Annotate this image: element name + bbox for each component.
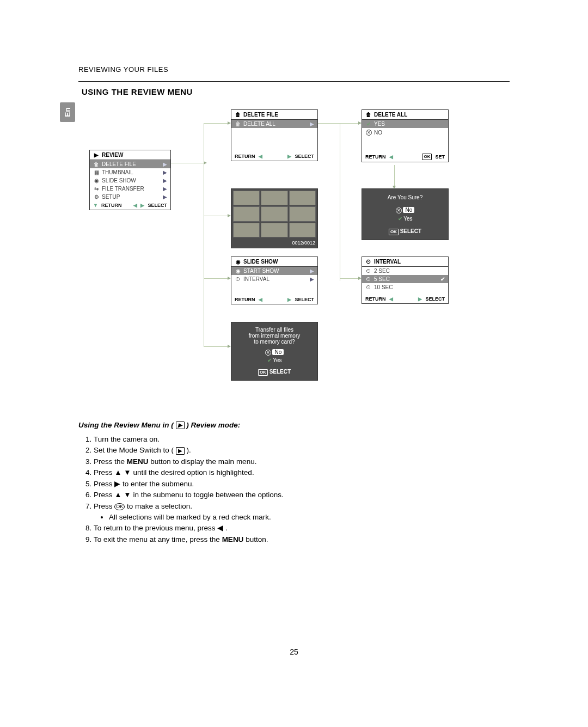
return-label: RETURN bbox=[101, 203, 122, 208]
thumbnail-cell[interactable] bbox=[289, 191, 316, 205]
step-6: Press ▲ ▼ in the submenu to toggle betwe… bbox=[94, 490, 510, 500]
transfer-line2: from internal memory bbox=[235, 333, 314, 339]
start-show-item[interactable]: ◉START SHOW▶ bbox=[231, 267, 317, 275]
no-label: No bbox=[403, 207, 414, 213]
play-icon: ▶ bbox=[176, 421, 185, 429]
select-label: SELECT bbox=[295, 154, 314, 159]
thumbnail-cell[interactable] bbox=[261, 223, 287, 237]
select-label: SELECT bbox=[400, 228, 421, 234]
no-item[interactable]: ✕NO bbox=[362, 128, 448, 137]
menu-item-thumbnail[interactable]: ▦THUMBNAIL▶ bbox=[90, 168, 170, 176]
yes-option[interactable]: ✔ Yes bbox=[235, 357, 314, 363]
slideshow-title: ◉SLIDE SHOW bbox=[231, 257, 317, 267]
menu-item-delete-file[interactable]: 🗑DELETE FILE▶ bbox=[90, 160, 170, 168]
interval-10sec[interactable]: ⏲10 SEC bbox=[362, 283, 448, 291]
thumbnail-cell[interactable] bbox=[261, 206, 287, 221]
connector bbox=[318, 123, 340, 124]
review-menu-title: ▶ REVIEW bbox=[90, 150, 170, 160]
setup-icon: ⚙ bbox=[93, 194, 100, 200]
play-icon: ▶ bbox=[176, 447, 185, 455]
interval-2sec[interactable]: ⏲2 SEC bbox=[362, 267, 448, 275]
right-arrow-icon: ▶ bbox=[287, 154, 291, 159]
title-text: SLIDE SHOW bbox=[243, 259, 278, 265]
clock-icon: ⏲ bbox=[365, 284, 372, 290]
thumbnail-cell[interactable] bbox=[261, 191, 287, 205]
transfer-line1: Transfer all files bbox=[235, 327, 314, 333]
panel-footer: RETURN ◀ ▶ SELECT bbox=[362, 295, 448, 303]
instructions-heading: Using the Review Menu in ( ▶ ) Review mo… bbox=[78, 420, 510, 431]
check-icon: ✔ bbox=[365, 121, 372, 127]
menu-item-slideshow[interactable]: ◉SLIDE SHOW▶ bbox=[90, 176, 170, 185]
menu-label: SETUP bbox=[102, 194, 120, 200]
menu-item-filetransfer[interactable]: ⇆FILE TRANSFER▶ bbox=[90, 185, 170, 193]
menu-label: 2 SEC bbox=[374, 268, 390, 274]
step-7-bullet: All selections will be marked by a red c… bbox=[109, 512, 510, 523]
left-arrow-icon: ◀ bbox=[389, 296, 393, 302]
step-2: Set the Mode Switch to ( ▶ ). bbox=[94, 445, 510, 456]
interval-panel: ⏲INTERVAL ⏲2 SEC ⏲5 SEC✔ ⏲10 SEC RETURN … bbox=[362, 256, 449, 304]
thumbnail-cell[interactable] bbox=[233, 223, 260, 237]
menu-item-setup[interactable]: ⚙SETUP▶ bbox=[90, 193, 170, 201]
slideshow-panel: ◉SLIDE SHOW ◉START SHOW▶ ⏲INTERVAL▶ RETU… bbox=[231, 256, 318, 304]
trash-icon: 🗑 bbox=[93, 161, 100, 167]
title-text: DELETE FILE bbox=[243, 112, 278, 118]
thumbnail-cell[interactable] bbox=[289, 206, 316, 221]
panel-footer: ▼ RETURN ◀ ▶ SELECT bbox=[90, 201, 170, 210]
play-icon: ▶ bbox=[93, 152, 100, 158]
yes-label: Yes bbox=[403, 216, 412, 222]
return-label: RETURN bbox=[365, 154, 386, 160]
transfer-dialog: Transfer all files from internal memory … bbox=[231, 322, 318, 381]
no-option[interactable]: ✕ No bbox=[365, 207, 445, 213]
menu-label: FILE TRANSFER bbox=[102, 186, 144, 192]
connector bbox=[204, 346, 228, 347]
menu-label: NO bbox=[374, 130, 382, 136]
step-1: Turn the camera on. bbox=[94, 434, 510, 445]
thumbnail-cell[interactable] bbox=[233, 206, 260, 221]
section-header: REVIEWING YOUR FILES bbox=[78, 65, 168, 76]
menu-label: YES bbox=[374, 121, 385, 127]
confirm-prompt: Are You Sure? bbox=[365, 194, 445, 200]
delete-all-title: 🗑DELETE ALL bbox=[362, 110, 448, 120]
interval-5sec[interactable]: ⏲5 SEC✔ bbox=[362, 275, 448, 283]
chevron-right-icon: ▶ bbox=[163, 178, 167, 184]
x-icon: ✕ bbox=[365, 129, 372, 136]
menu-label: 5 SEC bbox=[374, 276, 390, 282]
chevron-right-icon: ▶ bbox=[310, 276, 314, 282]
delete-all-panel: 🗑DELETE ALL ✔YES ✕NO RETURN ◀ OK SET bbox=[362, 109, 449, 162]
delete-all-item[interactable]: 🗑DELETE ALL▶ bbox=[231, 120, 317, 128]
step-7: Press OK to make a selection. All select… bbox=[94, 501, 510, 522]
chevron-right-icon: ▶ bbox=[163, 186, 167, 192]
chevron-right-icon: ▶ bbox=[310, 268, 314, 274]
trash-icon: 🗑 bbox=[235, 112, 241, 118]
menu-label: THUMBNAIL bbox=[102, 169, 133, 175]
connector bbox=[204, 216, 228, 216]
menu-label: DELETE ALL bbox=[243, 121, 275, 127]
connector bbox=[394, 165, 395, 186]
no-option[interactable]: ✕ No bbox=[235, 349, 314, 356]
clock-icon: ⏲ bbox=[365, 276, 372, 282]
select-label: SELECT bbox=[295, 297, 314, 302]
clock-icon: ⏲ bbox=[235, 276, 241, 282]
return-label: RETURN bbox=[235, 297, 255, 302]
right-arrow-icon: ▶ bbox=[140, 203, 144, 208]
select-label: SELECT bbox=[425, 296, 445, 302]
yes-item[interactable]: ✔YES bbox=[362, 120, 448, 128]
panel-footer: RETURN ◀ ▶ SELECT bbox=[231, 295, 317, 304]
language-tab: En bbox=[60, 102, 75, 122]
delete-file-panel: 🗑DELETE FILE 🗑DELETE ALL▶ RETURN ◀ ▶ SEL… bbox=[231, 109, 318, 161]
menu-label: 10 SEC bbox=[374, 284, 393, 290]
interval-item[interactable]: ⏲INTERVAL▶ bbox=[231, 275, 317, 283]
thumbnail-cell[interactable] bbox=[233, 191, 260, 205]
menu-label: SLIDE SHOW bbox=[102, 178, 136, 184]
yes-option[interactable]: ✔ Yes bbox=[365, 216, 445, 222]
page-number: 25 bbox=[0, 647, 588, 656]
slideshow-icon: ◉ bbox=[235, 259, 241, 265]
chevron-right-icon: ▶ bbox=[163, 169, 167, 175]
clock-icon: ⏲ bbox=[365, 259, 372, 265]
thumbnail-cell[interactable] bbox=[289, 223, 316, 237]
right-arrow-icon: ▶ bbox=[418, 296, 422, 302]
review-title-text: REVIEW bbox=[102, 152, 123, 158]
connector bbox=[340, 123, 358, 124]
left-arrow-icon: ◀ bbox=[259, 154, 262, 159]
ok-icon: OK bbox=[114, 503, 125, 510]
